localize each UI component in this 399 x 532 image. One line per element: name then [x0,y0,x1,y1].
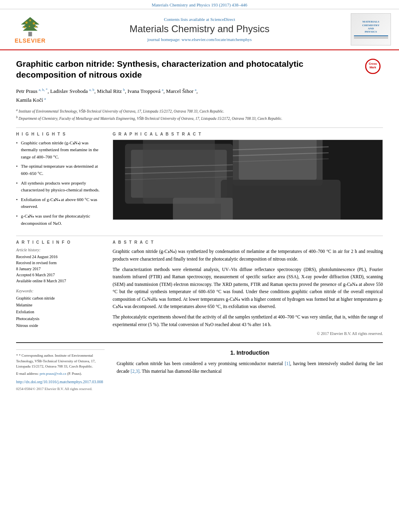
received-revised-date: 8 January 2017 [16,266,105,272]
received-date: Received 24 August 2016 [16,254,105,260]
author-petr-praus: Petr Praus a, b, * [16,88,47,94]
keyword-item: Nitrous oxide [16,322,105,329]
journal-cover-area: MATERIALSCHEMISTRYANDPHYSICS [347,13,391,45]
journal-title: Materials Chemistry and Physics [52,23,347,35]
keywords-title: Keywords: [16,289,105,293]
article-history: Article history: Received 24 August 2016… [16,248,105,284]
abstract-para-2: The characterization methods were elemen… [113,266,383,310]
email-label: E-mail address: [16,372,39,376]
highlights-col: H I G H L I G H T S Graphitic carbon nit… [16,132,105,230]
abstract-col: A B S T R A C T Graphitic carbon nitride… [113,240,383,336]
keyword-item: Graphitic carbon nitride [16,295,105,302]
keyword-item: Photocatalysis [16,315,105,322]
journal-abbr: MATERIALSCHEMISTRYANDPHYSICS [362,20,380,34]
highlight-item: The optimal temperature was determined a… [16,163,105,177]
svg-rect-0 [28,32,32,36]
affiliations: a Institute of Environmental Technology,… [16,108,383,122]
issn-line: 0254-0584/© 2017 Elsevier B.V. All right… [16,386,105,392]
article-title: Graphitic carbon nitride: Synthesis, cha… [16,58,358,80]
bottom-section: * * Corresponding author. Institute of E… [16,349,383,400]
elsevier-brand: ELSEVIER [8,15,52,44]
highlights-label: H I G H L I G H T S [16,132,105,136]
highlights-graphical-section: H I G H L I G H T S Graphitic carbon nit… [16,132,383,230]
abstract-label: A B S T R A C T [113,240,383,244]
abstract-para-1: Graphitic carbon nitride (g-C₃N₄) was sy… [113,248,383,263]
accepted-date: Accepted 6 March 2017 [16,272,105,278]
svg-point-8 [35,26,37,28]
page: Materials Chemistry and Physics 193 (201… [0,0,399,404]
highlight-item: Graphitic carbon nitride (g-C₃N₄) was th… [16,140,105,161]
available-date: Available online 8 March 2017 [16,278,105,284]
article-title-section: Graphitic carbon nitride: Synthesis, cha… [16,58,383,80]
page-header: ELSEVIER Contents lists available at Sci… [0,9,399,50]
article-info-label: A R T I C L E I N F O [16,240,105,244]
graphical-abstract-image: SLM05 20.0kV 6.4mm x12.0k 5μm [113,140,383,220]
keyword-item: Exfoliation [16,308,105,315]
intro-section-title: 1. Introduction [117,349,383,356]
svg-rect-20 [173,197,233,219]
keywords-section: Keywords: Graphitic carbon nitride Melam… [16,289,105,329]
highlight-item: Exfoliation of g-C₃N₄ at above 600 °C wa… [16,196,105,210]
elsevier-wordmark: ELSEVIER [14,37,45,44]
thick-divider [16,342,383,343]
intro-col: 1. Introduction Graphitic carbon nitride… [117,349,383,392]
doi-line: http://dx.doi.org/10.1016/j.matchemphys.… [16,379,105,385]
corresponding-author-note: * * Corresponding author. Institute of E… [16,353,105,370]
affiliation-a: a Institute of Environmental Technology,… [16,108,383,114]
ref-1[interactable]: [1] [285,361,290,366]
svg-point-5 [33,22,35,25]
highlight-item: All synthesis products were properly cha… [16,180,105,194]
divider-2 [16,236,383,236]
email-link[interactable]: petr.praus@vsb.cz [39,372,66,376]
article-history-title: Article history: [16,248,105,252]
sciencedirect-link[interactable]: ScienceDirect [210,17,235,22]
journal-cover-box: MATERIALSCHEMISTRYANDPHYSICS [351,13,391,45]
svg-text:Mark: Mark [370,66,376,69]
received-revised-label: Received in revised form [16,260,105,266]
elsevier-tree-icon [14,15,46,37]
svg-rect-19 [221,180,341,220]
divider-1 [16,127,383,128]
header-center: Contents lists available at ScienceDirec… [52,17,347,42]
svg-point-7 [24,26,26,28]
crossmark-icon: Cross Mark [365,58,381,74]
svg-point-4 [25,21,27,24]
author-ladislav-svoboda: Ladislav Svoboda a, b [50,88,95,94]
affiliation-b: b Department of Chemistry, Faculty of Me… [16,115,383,121]
svg-text:Cross: Cross [369,62,377,66]
article-info-col: A R T I C L E I N F O Article history: R… [16,240,105,336]
corresponding-author-text: * Corresponding author. Institute of Env… [16,353,95,368]
email-suffix: (P. Praus). [67,372,82,376]
svg-point-6 [29,19,31,21]
abstract-para-3: The photocatalytic experiments showed th… [113,313,383,328]
intro-text: Graphitic carbon nitride has been consid… [117,360,383,375]
journal-ref-bar: Materials Chemistry and Physics 193 (201… [0,0,399,9]
highlight-item: g-C₃N₄ was used for the photocatalytic d… [16,213,105,227]
graphical-abstract-label: G R A P H I C A L A B S T R A C T [113,132,383,136]
crossmark-badge[interactable]: Cross Mark [365,58,383,76]
author-ivana-troppova: Ivana Troppová a [128,88,163,94]
keyword-item: Melamine [16,302,105,308]
homepage-label: journal homepage: [147,37,180,42]
abstract-text: Graphitic carbon nitride (g-C₃N₄) was sy… [113,248,383,328]
article-info-abstract-section: A R T I C L E I N F O Article history: R… [16,240,383,336]
author-marcel-sihor: Marcel Šihor a [166,88,196,94]
author-kamila-koci: Kamila Kočí a [16,97,46,103]
homepage-url[interactable]: www.elsevier.com/locate/matchemphys [181,37,252,42]
main-content: Graphitic carbon nitride: Synthesis, cha… [0,50,399,404]
doi-link[interactable]: http://dx.doi.org/10.1016/j.matchemphys.… [16,380,103,384]
highlights-list: Graphitic carbon nitride (g-C₃N₄) was th… [16,140,105,227]
contents-available: Contents lists available at ScienceDirec… [52,17,347,22]
elsevier-logo-area: ELSEVIER [8,15,52,44]
copyright-line: © 2017 Elsevier B.V. All rights reserved… [113,331,383,336]
corresponding-star: * [16,353,18,357]
svg-rect-18 [239,140,317,180]
journal-ref-text: Materials Chemistry and Physics 193 (201… [152,2,247,7]
ref-2-3[interactable]: [2,3] [131,369,140,374]
graphical-abstract-col: G R A P H I C A L A B S T R A C T [113,132,383,230]
journal-homepage: journal homepage: www.elsevier.com/locat… [52,37,347,42]
authors-line: Petr Praus a, b, *, Ladislav Svoboda a, … [16,87,383,105]
svg-point-9 [29,25,30,27]
footnotes-col: * * Corresponding author. Institute of E… [16,349,105,392]
keywords-list: Graphitic carbon nitride Melamine Exfoli… [16,295,105,329]
